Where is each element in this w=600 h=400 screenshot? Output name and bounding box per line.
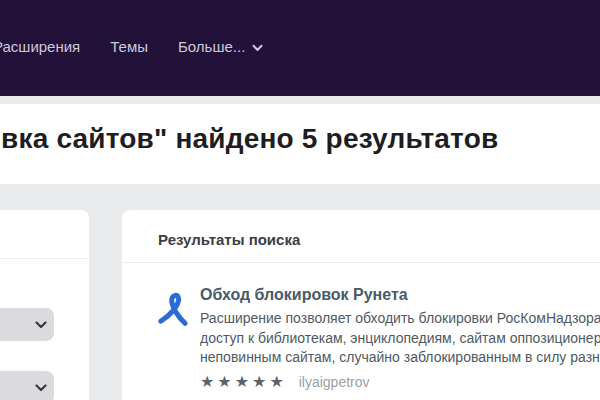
sidebar-divider <box>0 258 89 259</box>
addon-title-link[interactable]: Обход блокировок Рунета <box>200 286 600 304</box>
result-item[interactable]: Обход блокировок Рунета Расширение позво… <box>156 286 600 390</box>
description-line: доступ к библиотекам, энциклопедиям, сай… <box>200 329 600 349</box>
filter-select-1[interactable] <box>0 308 54 341</box>
nav-item-more-label: Больше... <box>178 38 245 55</box>
addon-rating-row: ★★★★★ ilyaigpetrov <box>200 374 600 390</box>
nav-item-more[interactable]: Больше... <box>178 38 263 55</box>
description-line: неповинным сайтам, случайно заблокирован… <box>200 348 600 368</box>
chevron-down-icon <box>35 384 47 392</box>
rating-stars-icon: ★★★★★ <box>200 374 287 390</box>
addons-search-page: Расширения Темы Больше... вка сайтов" на… <box>0 0 600 400</box>
result-body: Обход блокировок Рунета Расширение позво… <box>200 286 600 390</box>
primary-nav: Расширения Темы Больше... <box>0 38 263 55</box>
site-header: Расширения Темы Больше... <box>0 0 600 96</box>
results-panel-title: Результаты поиска <box>158 231 300 248</box>
filter-select-2[interactable] <box>0 371 54 400</box>
page-title: вка сайтов" найдено 5 результатов <box>1 123 498 155</box>
nav-item-extensions[interactable]: Расширения <box>0 38 80 55</box>
nav-item-themes[interactable]: Темы <box>110 38 148 55</box>
search-results-panel: Результаты поиска Обход блокировок Рунет… <box>122 210 600 400</box>
blue-ribbon-icon <box>156 288 190 328</box>
results-divider <box>122 262 600 263</box>
chevron-down-icon <box>35 321 47 329</box>
description-line: Расширение позволяет обходить блокировки… <box>200 309 600 329</box>
addon-author-link[interactable]: ilyaigpetrov <box>299 374 370 390</box>
chevron-down-icon <box>252 44 263 52</box>
search-summary-band: вка сайтов" найдено 5 результатов <box>0 104 600 184</box>
addon-description: Расширение позволяет обходить блокировки… <box>200 309 600 368</box>
